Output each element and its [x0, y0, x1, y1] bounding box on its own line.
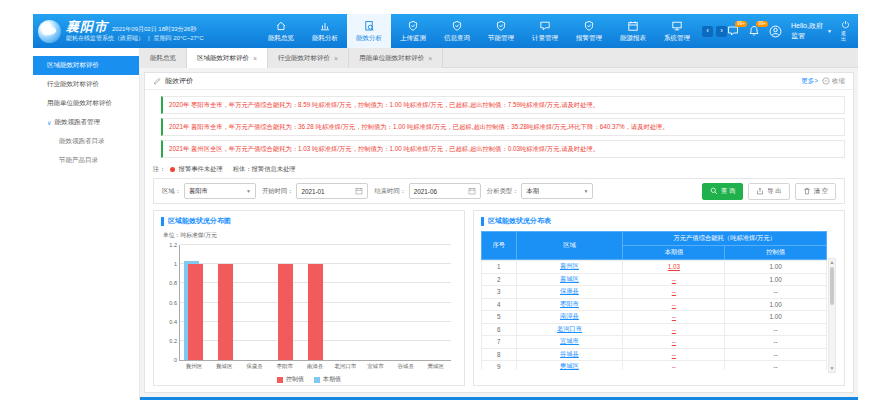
nav-item-chat[interactable]: 计量管理 [523, 14, 567, 48]
nav-prev-button[interactable]: ‹ [702, 26, 713, 37]
chart-section-title: 区域能效状况分布图 [161, 216, 457, 226]
sidebar-item[interactable]: 节能产品目录 [33, 151, 139, 170]
current-value-link[interactable]: -- [672, 288, 676, 295]
scroll-down-icon[interactable]: ▼ [830, 365, 835, 372]
region-link[interactable]: 南漳县 [560, 312, 579, 319]
city-title: 襄阳市 [66, 19, 108, 35]
region-select[interactable]: 襄阳市 ▼ [184, 183, 256, 199]
tab[interactable]: 能耗总览 [140, 48, 187, 68]
region-link[interactable]: 枣阳市 [560, 300, 579, 307]
nav-item-shield[interactable]: 报警管理 [567, 14, 611, 48]
nav-item-shield[interactable]: 信息查询 [435, 14, 479, 48]
table-row: 1襄州区1.031.00 [482, 261, 827, 274]
start-date-input[interactable]: 2021-01 [296, 183, 368, 199]
region-link[interactable]: 襄州区 [560, 262, 579, 269]
tab[interactable]: 用能单位能效对标评价× [349, 48, 443, 68]
region-link[interactable]: 谷城县 [560, 350, 579, 357]
chart-bar [308, 264, 323, 360]
table-scrollbar[interactable]: ▲ ▼ [828, 258, 836, 373]
nav-item-analysis[interactable]: 能效分析 [347, 14, 391, 48]
current-value-link[interactable]: -- [672, 301, 676, 308]
current-value-link[interactable]: -- [672, 313, 676, 320]
scroll-up-icon[interactable]: ▲ [830, 259, 835, 266]
sidebar-item[interactable]: 区域能效对标评价 [33, 56, 139, 75]
nav-item-shield[interactable]: 上传监测 [391, 14, 435, 48]
nav-item-calendar[interactable]: 能源报表 [611, 14, 655, 48]
messages-button[interactable]: 99+ [727, 25, 739, 37]
table-card: 区域能效状况分布表 序号 区域 万元产值综合能耗（吨标准煤/万元） 本期值 [473, 210, 845, 386]
tab-close-icon[interactable]: × [253, 55, 257, 62]
start-time-label: 开始时间： [262, 187, 293, 196]
nav-item-label: 信息查询 [444, 34, 470, 43]
end-date-input[interactable]: 2021-06 [409, 183, 481, 199]
main-area: 能耗总览区域能效对标评价×行业能效对标评价×用能单位能效对标评价× 能效评价 更… [140, 48, 858, 400]
legend-label: 本期值 [323, 375, 341, 384]
region-link[interactable]: 老河口市 [557, 325, 582, 332]
tab[interactable]: 行业能效对标评价× [268, 48, 349, 68]
nav-item-monitor[interactable]: 系统管理 [655, 14, 699, 48]
query-button[interactable]: 查 询 [702, 183, 743, 200]
evaluation-panel: 能效评价 更多> 收缩 2020年 枣阳市全市，年万元产值综合能耗为：8.59 … [144, 72, 854, 393]
cell-index: 3 [482, 286, 517, 299]
footer-bar [140, 397, 858, 400]
cell-control: 1.00 [725, 298, 827, 311]
region-link[interactable]: 保康县 [560, 287, 579, 294]
collapse-button[interactable]: 收缩 [822, 77, 845, 86]
current-value-link[interactable]: -- [672, 351, 676, 358]
region-link[interactable]: 襄城区 [560, 275, 579, 282]
current-value-link[interactable]: -- [672, 326, 676, 333]
separator: | [148, 35, 150, 43]
tab-close-icon[interactable]: × [334, 55, 338, 62]
user-menu[interactable]: Hello,政府监管 ▼ [791, 21, 832, 41]
sidebar-item[interactable]: 能效领跑者目录 [33, 132, 139, 151]
current-value-link[interactable]: -- [672, 363, 676, 370]
legend-item[interactable]: 本期值 [314, 375, 341, 384]
cell-index: 8 [482, 348, 517, 361]
cell-control: 1.00 [725, 311, 827, 324]
region-link[interactable]: 樊城区 [560, 362, 579, 369]
calendar-icon [627, 20, 639, 32]
chart-unit-label: 单位：吨标准煤/万元 [163, 231, 457, 240]
nav-item-shield[interactable]: 节能管理 [479, 14, 523, 48]
brand: 襄阳市 2021年09月02日 18时33分26秒 能耗在线监管系统（政府端） … [33, 14, 259, 48]
chat-icon [539, 20, 551, 32]
current-value-link[interactable]: -- [672, 338, 676, 345]
chart-bar [188, 264, 203, 360]
cell-region: 襄城区 [516, 273, 623, 286]
bell-icon [748, 25, 760, 37]
tab[interactable]: 区域能效对标评价× [187, 48, 268, 68]
avatar[interactable] [769, 25, 782, 38]
current-value-link[interactable]: -- [672, 276, 676, 283]
scrollbar-thumb[interactable] [830, 267, 834, 305]
scrollbar-track[interactable] [829, 266, 835, 365]
nav-item-home[interactable]: 能耗总览 [259, 14, 303, 48]
nav-item-chart[interactable]: 能耗分析 [303, 14, 347, 48]
nav-next-button[interactable]: › [716, 26, 727, 37]
cell-control: -- [725, 336, 827, 349]
chart-card: 区域能效状况分布图 单位：吨标准煤/万元 00.20.40.60.811.2 襄… [153, 210, 465, 386]
region-link[interactable]: 宜城市 [560, 337, 579, 344]
cell-control: 1.00 [725, 273, 827, 286]
user-icon [769, 25, 782, 38]
analysis-type-select[interactable]: 本期 ▼ [521, 183, 593, 199]
messages-badge: 99+ [735, 21, 747, 27]
nav-arrows: ‹ › [702, 14, 727, 48]
more-link[interactable]: 更多> [801, 77, 818, 86]
table-section-title: 区域能效状况分布表 [481, 216, 837, 226]
y-axis-label: 1.2 [169, 242, 177, 248]
current-value-link[interactable]: 1.03 [668, 263, 680, 270]
app-logo-icon [38, 20, 61, 43]
notifications-button[interactable]: 99+ [748, 25, 760, 37]
x-axis-label: 樊城区 [421, 363, 451, 370]
sidebar-item[interactable]: 用能单位能效对标评价 [33, 94, 139, 113]
tab-label: 行业能效对标评价 [278, 54, 330, 63]
clear-button[interactable]: 清 空 [795, 183, 836, 200]
tab-close-icon[interactable]: × [428, 55, 432, 62]
search-icon [710, 187, 718, 195]
note-unhandled: 报警事件未处理 [179, 165, 223, 174]
sidebar-item[interactable]: ∨能效领跑者管理 [33, 113, 139, 132]
legend-item[interactable]: 控制值 [277, 375, 304, 384]
logout-button[interactable]: 退出 [841, 20, 850, 42]
sidebar-item[interactable]: 行业能效对标评价 [33, 75, 139, 94]
export-button[interactable]: 导 出 [748, 183, 789, 200]
